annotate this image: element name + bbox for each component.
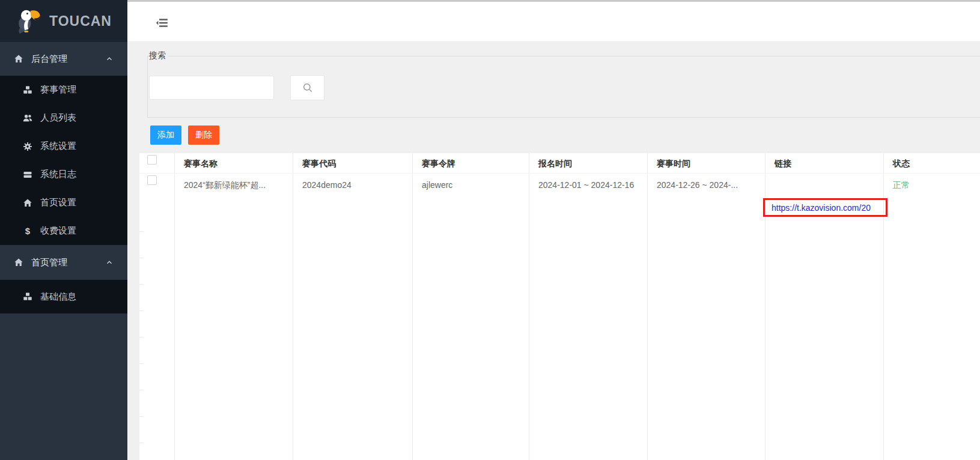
chevron-up-icon (105, 54, 114, 64)
sidebar-item-label: 首页设置 (40, 197, 76, 208)
sidebar-section-label: 后台管理 (31, 53, 67, 65)
search-input[interactable] (149, 76, 274, 100)
row-checkbox[interactable] (147, 175, 157, 185)
app-window: TOUCAN 后台管理 (0, 0, 980, 460)
fixed-column-row-lines (139, 205, 143, 460)
brand-name: TOUCAN (49, 13, 112, 29)
add-button[interactable]: 添加 (150, 126, 181, 145)
cell-event-name: 2024“鄞新绿能杯”超... (184, 174, 266, 200)
event-link[interactable]: https://t.kazovision.com/20 (765, 203, 871, 213)
table-header-row: 赛事名称 赛事代码 赛事令牌 报名时间 赛事时间 链接 状态 (139, 153, 980, 174)
sidebar-item-basic-info[interactable]: 基础信息 (0, 280, 127, 313)
col-header-link: 链接 (775, 153, 791, 174)
users-icon (23, 113, 32, 123)
cell-event-token: ajlewerc (422, 174, 452, 200)
sidebar-item-label: 人员列表 (40, 112, 76, 124)
dollar-icon: $ (23, 226, 32, 236)
home-icon (14, 54, 23, 64)
sidebar-item-label: 系统日志 (40, 169, 76, 180)
sidebar-item-system-settings[interactable]: 系统设置 (0, 132, 127, 160)
sidebar-item-system-logs[interactable]: 系统日志 (0, 160, 127, 189)
top-header-bar (127, 0, 980, 42)
sidebar-item-label: 收费设置 (40, 225, 76, 237)
toucan-logo-icon (16, 7, 42, 35)
select-all-checkbox[interactable] (147, 155, 157, 165)
home-icon (23, 198, 32, 208)
collapse-sidebar-icon[interactable] (155, 16, 169, 29)
col-header-event-token: 赛事令牌 (422, 153, 455, 174)
sidebar-item-label: 系统设置 (40, 141, 76, 152)
cell-status: 正常 (893, 174, 910, 200)
col-header-signup-time: 报名时间 (538, 153, 572, 174)
sidebar-submenu-homepage: 基础信息 (0, 280, 127, 313)
chevron-up-icon (105, 258, 114, 267)
cell-signup-time: 2024-12-01 ~ 2024-12-16 (538, 174, 634, 200)
search-icon (302, 82, 313, 93)
search-panel-title: 搜索 (148, 50, 168, 61)
sidebar-section-homepage[interactable]: 首页管理 (0, 245, 127, 280)
cubes-icon (23, 85, 32, 95)
cubes-icon (23, 292, 32, 301)
sidebar-submenu-backend: 赛事管理 人员列表 (0, 76, 127, 245)
brand-logo: TOUCAN (0, 0, 127, 42)
log-icon (23, 170, 32, 180)
home-icon (14, 258, 23, 267)
events-table: 赛事名称 赛事代码 赛事令牌 报名时间 赛事时间 链接 状态 2024“鄞新绿能… (139, 153, 980, 460)
search-button[interactable] (290, 75, 324, 100)
cell-event-code: 2024demo24 (302, 174, 352, 200)
col-header-event-time: 赛事时间 (657, 153, 690, 174)
sidebar-item-label: 赛事管理 (40, 84, 76, 95)
col-header-event-name: 赛事名称 (184, 153, 218, 174)
col-header-status: 状态 (893, 153, 910, 174)
annotation-highlight-box: https://t.kazovision.com/20 (763, 198, 887, 217)
sidebar-item-fee-settings[interactable]: $ 收费设置 (0, 217, 127, 245)
col-header-event-code: 赛事代码 (302, 153, 336, 174)
sidebar-item-event-management[interactable]: 赛事管理 (0, 76, 127, 104)
search-panel: 搜索 (147, 50, 980, 118)
sidebar: TOUCAN 后台管理 (0, 0, 127, 460)
cell-event-time: 2024-12-26 ~ 2024-... (657, 174, 738, 200)
sidebar-section-backend[interactable]: 后台管理 (0, 42, 127, 76)
table-row: 2024“鄞新绿能杯”超... 2024demo24 ajlewerc 2024… (139, 174, 980, 200)
sidebar-section-label: 首页管理 (31, 257, 67, 268)
sidebar-item-homepage-settings[interactable]: 首页设置 (0, 189, 127, 217)
sidebar-item-label: 基础信息 (40, 291, 76, 303)
delete-button[interactable]: 删除 (188, 126, 219, 145)
sidebar-item-personnel-list[interactable]: 人员列表 (0, 104, 127, 132)
gear-icon (23, 142, 32, 151)
